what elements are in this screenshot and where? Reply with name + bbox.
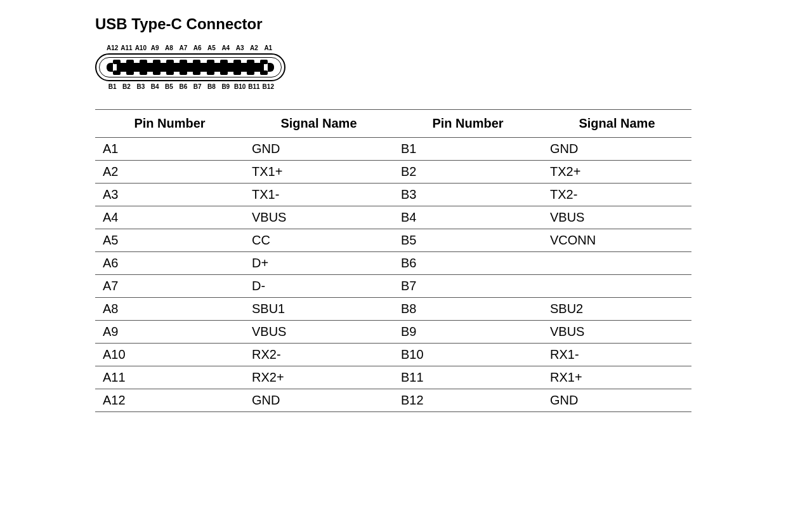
cell-a-pin: A4 — [95, 206, 244, 229]
connector-bottom-pin-labels: B1B2B3B4B5B6B7B8B9B10B11B12 — [95, 83, 285, 90]
contact-tooth — [153, 60, 160, 64]
cell-b-signal: TX2- — [542, 184, 691, 206]
cell-a-signal: RX2+ — [244, 366, 393, 389]
cell-b-signal: VBUS — [542, 206, 691, 229]
pin-label-bottom: B4 — [148, 83, 162, 90]
cell-a-pin: A7 — [95, 275, 244, 298]
table-row: A9VBUSB9VBUS — [95, 321, 691, 344]
pin-label-bottom: B1 — [105, 83, 119, 90]
cell-a-pin: A12 — [95, 389, 244, 412]
col-header-b-signal: Signal Name — [542, 110, 691, 138]
pin-label-top: A12 — [105, 44, 119, 51]
table-row: A8SBU1B8SBU2 — [95, 298, 691, 321]
cell-b-pin: B6 — [393, 252, 542, 275]
contact-tooth — [126, 60, 134, 64]
connector-bottom-contacts — [113, 70, 268, 75]
contact-tooth — [113, 60, 121, 64]
cell-a-signal: VBUS — [244, 321, 393, 344]
table-row: A3TX1-B3TX2- — [95, 184, 691, 206]
contact-tooth — [220, 70, 228, 75]
contact-tooth — [207, 70, 214, 75]
cell-b-pin: B7 — [393, 275, 542, 298]
contact-tooth — [193, 60, 200, 64]
contact-tooth — [126, 70, 134, 75]
pin-label-bottom: B11 — [247, 83, 261, 90]
cell-b-signal: GND — [542, 138, 691, 161]
contact-tooth — [180, 70, 187, 75]
cell-b-signal — [542, 275, 691, 298]
col-header-b-pin: Pin Number — [393, 110, 542, 138]
pin-label-bottom: B6 — [176, 83, 190, 90]
contact-tooth — [153, 70, 160, 75]
cell-a-pin: A11 — [95, 366, 244, 389]
contact-tooth — [233, 70, 241, 75]
cell-a-signal: TX1+ — [244, 161, 393, 184]
pin-label-top: A10 — [134, 44, 148, 51]
cell-b-signal: TX2+ — [542, 161, 691, 184]
cell-b-signal: VCONN — [542, 229, 691, 252]
cell-b-pin: B4 — [393, 206, 542, 229]
cell-a-signal: SBU1 — [244, 298, 393, 321]
table-row: A7D-B7 — [95, 275, 691, 298]
cell-b-pin: B3 — [393, 184, 542, 206]
cell-a-pin: A2 — [95, 161, 244, 184]
contact-tooth — [180, 60, 187, 64]
cell-a-pin: A3 — [95, 184, 244, 206]
contact-tooth — [166, 60, 174, 64]
table-header-row: Pin Number Signal Name Pin Number Signal… — [95, 110, 691, 138]
cell-b-signal: SBU2 — [542, 298, 691, 321]
connector-contact-right — [268, 63, 274, 72]
contact-tooth — [113, 70, 121, 75]
pin-label-top: A9 — [148, 44, 162, 51]
pin-label-top: A2 — [247, 44, 261, 51]
cell-a-pin: A6 — [95, 252, 244, 275]
page-title: USB Type-C Connector — [95, 15, 812, 33]
cell-b-pin: B1 — [393, 138, 542, 161]
table-row: A10RX2-B10RX1- — [95, 344, 691, 366]
table-row: A6D+B6 — [95, 252, 691, 275]
pin-label-bottom: B9 — [219, 83, 233, 90]
pin-label-top: A1 — [261, 44, 275, 51]
cell-b-pin: B10 — [393, 344, 542, 366]
pin-label-top: A5 — [204, 44, 218, 51]
contact-tooth — [260, 70, 268, 75]
cell-a-pin: A8 — [95, 298, 244, 321]
cell-b-signal: RX1+ — [542, 366, 691, 389]
cell-a-signal: GND — [244, 389, 393, 412]
contact-tooth — [193, 70, 200, 75]
pin-label-top: A11 — [119, 44, 133, 51]
cell-a-signal: VBUS — [244, 206, 393, 229]
contact-tooth — [247, 60, 254, 64]
contact-tooth — [140, 70, 147, 75]
table-row: A2TX1+B2TX2+ — [95, 161, 691, 184]
cell-a-signal: GND — [244, 138, 393, 161]
pin-label-bottom: B8 — [204, 83, 218, 90]
cell-b-signal: VBUS — [542, 321, 691, 344]
pin-label-bottom: B3 — [134, 83, 148, 90]
pin-label-bottom: B7 — [190, 83, 204, 90]
pinout-table: Pin Number Signal Name Pin Number Signal… — [95, 109, 691, 412]
pin-label-top: A4 — [219, 44, 233, 51]
cell-a-pin: A9 — [95, 321, 244, 344]
cell-b-signal — [542, 252, 691, 275]
cell-b-pin: B9 — [393, 321, 542, 344]
connector-top-pin-labels: A12A11A10A9A8A7A6A5A4A3A2A1 — [95, 44, 285, 51]
cell-b-signal: GND — [542, 389, 691, 412]
contact-tooth — [207, 60, 214, 64]
connector-top-contacts — [113, 60, 268, 64]
cell-a-signal: TX1- — [244, 184, 393, 206]
contact-tooth — [166, 70, 174, 75]
pin-label-bottom: B2 — [119, 83, 133, 90]
pin-label-top: A3 — [233, 44, 247, 51]
contact-tooth — [233, 60, 241, 64]
cell-b-pin: B8 — [393, 298, 542, 321]
cell-b-pin: B2 — [393, 161, 542, 184]
cell-b-pin: B5 — [393, 229, 542, 252]
pin-label-bottom: B12 — [261, 83, 275, 90]
pin-label-bottom: B10 — [233, 83, 247, 90]
cell-b-signal: RX1- — [542, 344, 691, 366]
cell-a-pin: A1 — [95, 138, 244, 161]
connector-diagram: A12A11A10A9A8A7A6A5A4A3A2A1 B1B2B3B4B5B6… — [95, 44, 285, 90]
contact-tooth — [247, 70, 254, 75]
col-header-a-signal: Signal Name — [244, 110, 393, 138]
